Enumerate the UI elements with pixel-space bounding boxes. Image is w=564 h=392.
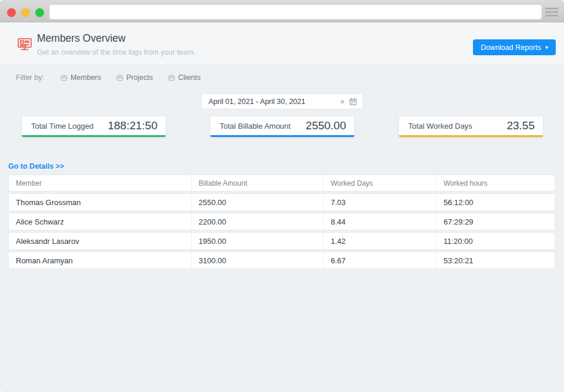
stat-label: Total Billable Amount (220, 122, 291, 130)
table-header-row: Member Billable Amount Worked Days Worke… (8, 175, 555, 192)
stat-card-total-worked-days: Total Worked Days 23.55 (399, 116, 543, 137)
cell-worked-hours: 11:20:00 (436, 233, 555, 249)
briefcase-icon (168, 74, 175, 81)
date-range-picker[interactable]: April 01, 2021 - April 30, 2021 × (201, 93, 363, 109)
cell-worked-days: 6.67 (323, 252, 436, 269)
stat-value: 23.55 (506, 119, 535, 132)
table-row: Thomas Grossman 2550.00 7.03 56:12:00 (8, 193, 555, 211)
briefcase-icon (61, 74, 68, 81)
column-header-member: Member (9, 175, 191, 191)
filter-by-label: Filter by: (16, 73, 44, 82)
browser-titlebar (0, 0, 564, 22)
filter-projects-label: Projects (126, 73, 153, 82)
page-titles: Members Overview Get an overview of the … (37, 32, 196, 56)
summary-cards: Total Time Logged 188:21:50 Total Billab… (0, 116, 564, 137)
clear-date-icon[interactable]: × (340, 98, 345, 106)
cell-worked-hours: 53:20:21 (436, 252, 555, 269)
stat-card-total-billable-amount: Total Billable Amount 2550.00 (210, 116, 354, 137)
address-bar-input[interactable] (49, 5, 542, 19)
cell-billable-amount: 2200.00 (191, 213, 323, 230)
go-to-details-link[interactable]: Go to Details >> (8, 162, 64, 170)
cell-billable-amount: 2550.00 (191, 194, 323, 210)
page-header: Members Overview Get an overview of the … (0, 22, 564, 65)
cell-worked-hours: 67:29:29 (436, 213, 555, 230)
stat-value: 188:21:50 (108, 119, 157, 132)
cell-member: Thomas Grossman (9, 194, 191, 210)
filter-clients[interactable]: Clients (168, 73, 200, 82)
window-controls (7, 8, 44, 17)
table-row: Roman Aramyan 3100.00 6.67 53:20:21 (8, 252, 555, 269)
browser-menu-icon[interactable] (545, 8, 558, 16)
filter-members-label: Members (70, 73, 101, 82)
cell-billable-amount: 1950.00 (191, 233, 323, 249)
filter-members[interactable]: Members (61, 73, 101, 82)
filter-clients-label: Clients (178, 73, 200, 82)
members-table: Member Billable Amount Worked Days Worke… (8, 175, 555, 271)
cell-worked-days: 8.44 (323, 213, 436, 230)
column-header-billable-amount: Billable Amount (191, 175, 323, 191)
presentation-board-icon (16, 36, 33, 56)
calendar-icon[interactable] (349, 98, 357, 106)
download-reports-button[interactable]: Download Reports ▾ (473, 39, 556, 55)
filter-bar: Filter by: Members Projects Cli (0, 65, 564, 90)
chevron-down-icon: ▾ (545, 45, 548, 51)
column-header-worked-hours: Worked hours (436, 175, 555, 191)
close-window-button[interactable] (7, 8, 16, 17)
page-title: Members Overview (37, 32, 196, 45)
cell-worked-days: 1.42 (323, 233, 436, 249)
page-subtitle: Get an overview of the time logs from yo… (37, 48, 196, 56)
date-range-value: April 01, 2021 - April 30, 2021 (209, 98, 340, 106)
cell-member: Aleksandr Lasarov (9, 233, 191, 249)
stat-card-total-time-logged: Total Time Logged 188:21:50 (22, 116, 166, 137)
cell-member: Roman Aramyan (9, 252, 191, 269)
table-row: Alice Schwarz 2200.00 8.44 67:29:29 (8, 213, 555, 230)
stat-label: Total Worked Days (408, 122, 472, 130)
download-reports-label: Download Reports (481, 43, 541, 52)
date-range-row: April 01, 2021 - April 30, 2021 × (0, 93, 564, 109)
cell-worked-hours: 56:12:00 (436, 194, 555, 210)
stat-label: Total Time Logged (31, 122, 93, 130)
zoom-window-button[interactable] (35, 8, 44, 17)
browser-window: Members Overview Get an overview of the … (0, 0, 564, 392)
filter-projects[interactable]: Projects (116, 73, 153, 82)
stat-value: 2550.00 (306, 119, 346, 132)
minimize-window-button[interactable] (21, 8, 30, 17)
cell-billable-amount: 3100.00 (191, 252, 323, 269)
cell-worked-days: 7.03 (323, 194, 436, 210)
table-row: Aleksandr Lasarov 1950.00 1.42 11:20:00 (8, 232, 555, 250)
briefcase-icon (116, 74, 123, 81)
column-header-worked-days: Worked Days (323, 175, 436, 191)
cell-member: Alice Schwarz (9, 213, 191, 230)
